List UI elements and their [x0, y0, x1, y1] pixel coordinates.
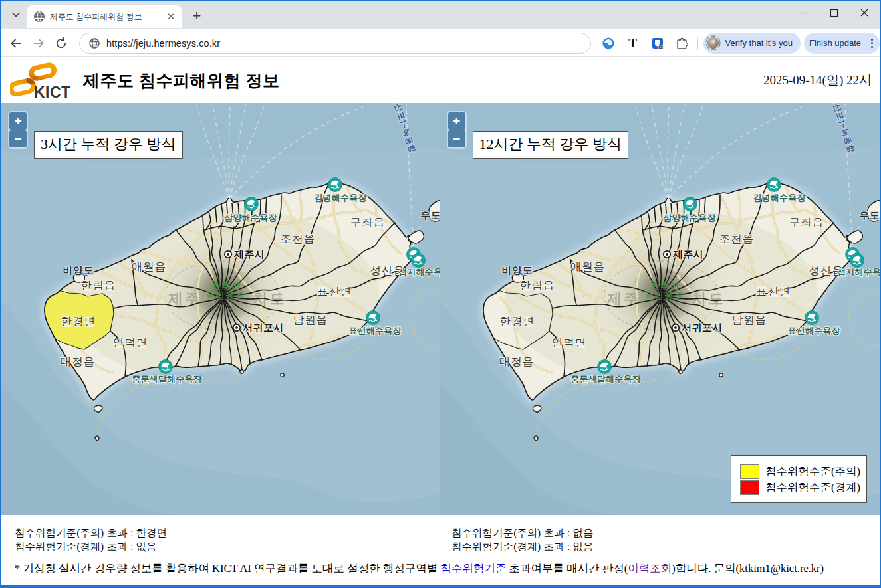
status-3hour-caution: 침수위험기준(주의) 초과 : 한경면	[15, 526, 167, 539]
maximize-icon	[830, 9, 838, 17]
page-content: KICT 제주도 침수피해위험 정보 2025-09-14(일) 22시 + −…	[1, 57, 880, 585]
extension-swirl-icon[interactable]	[602, 37, 614, 49]
window-controls	[788, 1, 880, 24]
zoom-out-button[interactable]: −	[9, 130, 27, 147]
profile-avatar-icon	[705, 35, 721, 50]
mode-label-3hour: 3시간 누적 강우 방식	[34, 131, 183, 159]
kict-logo-text: KICT	[34, 84, 71, 100]
mode-label-12hour: 12시간 누적 강우 방식	[473, 131, 629, 159]
legend-swatch-caution	[740, 464, 759, 479]
password-lock-extension-icon	[652, 37, 664, 49]
status-12hour-caution: 침수위험기준(주의) 초과 : 없음	[451, 526, 594, 539]
extension-lock-icon[interactable]	[651, 37, 664, 49]
zoom-control: + −	[8, 111, 28, 149]
reload-icon	[55, 37, 68, 50]
verify-chip-label: Verify that it's you	[725, 38, 792, 48]
forward-arrow-icon	[32, 37, 45, 50]
legend-row-alert: 침수위험수준(경계)	[740, 480, 862, 495]
kict-logo: KICT	[10, 61, 76, 100]
map-panel-3hour: + − 3시간 누적 강우 방식	[1, 103, 440, 515]
history-link[interactable]: 이력조회	[628, 562, 672, 575]
page-datetime: 2025-09-14(일) 22시	[763, 72, 872, 89]
maps-row: + − 3시간 누적 강우 방식 + − 12시간 누적 강우 방식 침수위험수…	[1, 103, 880, 515]
site-header: KICT 제주도 침수피해위험 정보 2025-09-14(일) 22시	[1, 57, 880, 102]
extensions-area: T	[602, 37, 688, 49]
status-3hour-alert: 침수위험기준(경계) 초과 : 없음	[15, 539, 167, 553]
finish-update-chip[interactable]: Finish update	[804, 33, 880, 54]
address-bar[interactable]: https://jeju.hermesys.co.kr	[79, 33, 591, 54]
section-divider	[1, 518, 880, 518]
status-3hour: 침수위험기준(주의) 초과 : 한경면 침수위험기준(경계) 초과 : 없음	[15, 526, 167, 553]
forward-button[interactable]	[27, 32, 50, 54]
tab-favicon-globe-icon	[34, 11, 45, 22]
page-title: 제주도 침수피해위험 정보	[83, 70, 279, 92]
window-maximize-button[interactable]	[818, 1, 849, 24]
footnote-prefix: * 기상청 실시간 강우량 정보를 활용하여 KICT AI 연구결과를 토대로…	[15, 562, 440, 575]
url-text: https://jeju.hermesys.co.kr	[106, 38, 220, 49]
swirl-extension-icon	[602, 37, 614, 49]
window-close-button[interactable]	[849, 1, 880, 24]
jeju-map-12hour[interactable]	[440, 103, 880, 515]
zoom-control: + −	[447, 111, 467, 149]
profile-avatar	[705, 35, 721, 50]
legend-label-caution: 침수위험수준(주의)	[765, 464, 860, 479]
browser-tab[interactable]: 제주도 침수피해위험 정보 ✕	[27, 5, 182, 28]
verify-profile-chip[interactable]: Verify that it's you	[703, 33, 800, 54]
risk-legend: 침수위험수준(주의) 침수위험수준(경계)	[731, 455, 867, 503]
back-button[interactable]	[5, 32, 27, 54]
extension-t-icon[interactable]: T	[626, 37, 639, 49]
legend-swatch-alert	[740, 480, 759, 495]
status-12hour-alert: 침수위험기준(경계) 초과 : 없음	[451, 539, 594, 553]
footnote-middle: 초과여부를 매시간 판정(	[506, 562, 628, 575]
browser-toolbar: https://jeju.hermesys.co.kr T Verify tha…	[1, 29, 880, 57]
tab-title: 제주도 침수피해위험 정보	[50, 11, 166, 23]
legend-label-alert: 침수위험수준(경계)	[765, 480, 860, 495]
globe-icon	[89, 38, 100, 49]
zoom-out-button[interactable]: −	[448, 130, 465, 147]
site-info-globe-icon[interactable]	[89, 38, 100, 49]
puzzle-piece-icon	[676, 37, 688, 49]
browser-menu-kebab-icon[interactable]	[866, 37, 877, 49]
footnote-suffix: )합니다. 문의(ktkim1@kict.re.kr)	[672, 562, 824, 575]
tab-close-icon[interactable]: ✕	[166, 11, 176, 22]
status-12hour: 침수위험기준(주의) 초과 : 없음 침수위험기준(경계) 초과 : 없음	[451, 526, 594, 553]
chevron-down-icon	[12, 12, 20, 17]
zoom-in-button[interactable]: +	[448, 112, 465, 130]
close-icon	[860, 9, 868, 17]
extensions-puzzle-icon[interactable]	[676, 37, 688, 49]
flood-criteria-link[interactable]: 침수위험기준	[440, 562, 506, 575]
footnote: * 기상청 실시간 강우량 정보를 활용하여 KICT AI 연구결과를 토대로…	[15, 561, 873, 576]
new-tab-button[interactable]: +	[188, 7, 206, 25]
status-section: 침수위험기준(주의) 초과 : 한경면 침수위험기준(경계) 초과 : 없음 침…	[1, 522, 880, 556]
tab-search-button[interactable]	[7, 5, 25, 24]
browser-window: 제주도 침수피해위험 정보 ✕ + https://jeju.hermesys.…	[0, 0, 881, 588]
legend-row-caution: 침수위험수준(주의)	[740, 464, 862, 479]
reload-button[interactable]	[50, 32, 72, 54]
map-panel-12hour: + − 12시간 누적 강우 방식 침수위험수준(주의) 침수위험수준(경계)	[440, 103, 880, 515]
back-arrow-icon	[9, 37, 23, 50]
tab-strip: 제주도 침수피해위험 정보 ✕ +	[1, 1, 880, 29]
update-chip-label: Finish update	[809, 38, 861, 48]
favicon-globe-icon	[34, 11, 45, 22]
minimize-icon	[800, 9, 807, 17]
zoom-in-button[interactable]: +	[9, 112, 27, 130]
window-minimize-button[interactable]	[788, 1, 818, 24]
jeju-map-3hour[interactable]	[1, 103, 440, 515]
